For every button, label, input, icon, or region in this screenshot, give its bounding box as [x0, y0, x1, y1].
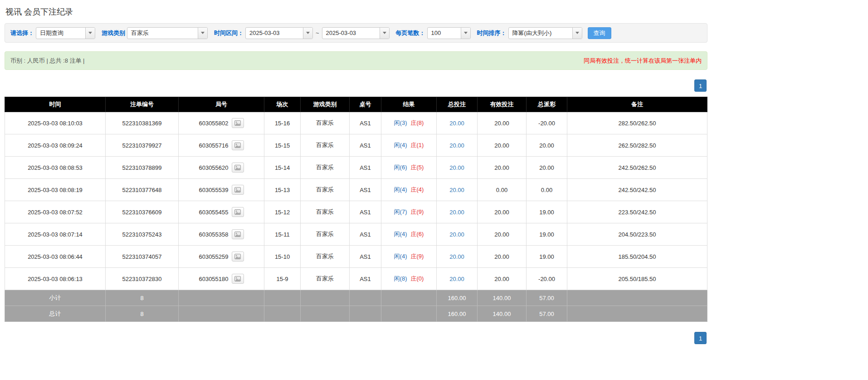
- game-type-value[interactable]: 百家乐: [127, 28, 198, 39]
- date-range-separator: ~: [316, 30, 319, 36]
- cell-remark: 242.50/242.50: [567, 179, 707, 201]
- view-round-image-button[interactable]: [232, 274, 244, 284]
- picture-icon: [234, 254, 241, 259]
- page-size-select[interactable]: 100: [427, 27, 471, 39]
- cell-round-id: 603055620: [179, 157, 264, 179]
- view-round-image-button[interactable]: [232, 118, 244, 128]
- cell-game-type: 百家乐: [301, 157, 350, 179]
- date-to-dropdown-button[interactable]: [380, 28, 389, 39]
- total-bet-link[interactable]: 20.00: [449, 187, 464, 193]
- cell-total-bet: 20.00: [437, 268, 478, 290]
- round-id-text: 603055455: [199, 209, 228, 216]
- total-row: 总计 8 160.00 140.00 57.00: [5, 306, 707, 322]
- result-banker: 庄(0): [411, 275, 424, 282]
- total-bet-link[interactable]: 20.00: [449, 164, 464, 171]
- total-bet-link[interactable]: 20.00: [449, 231, 464, 238]
- cell-total-bet: 20.00: [437, 223, 478, 246]
- column-header: 注单编号: [106, 97, 179, 112]
- round-id-text: 603055259: [199, 253, 228, 260]
- date-from-dropdown-button[interactable]: [303, 28, 312, 39]
- cell-game-type: 百家乐: [301, 112, 350, 134]
- cell-result: 闲(8)庄(0): [381, 268, 437, 290]
- view-round-image-button[interactable]: [232, 229, 244, 239]
- view-round-image-button[interactable]: [232, 163, 244, 173]
- cell-time: 2025-03-03 08:06:44: [5, 246, 106, 268]
- cell-round-id: 603055180: [179, 268, 264, 290]
- round-id-text: 603055539: [199, 187, 228, 193]
- total-bet-link[interactable]: 20.00: [449, 276, 464, 282]
- date-to-value[interactable]: 2025-03-03: [322, 28, 380, 39]
- view-round-image-button[interactable]: [232, 252, 244, 262]
- result-player: 闲(4): [394, 186, 407, 193]
- cell-valid-bet: 20.00: [478, 201, 527, 223]
- cell-bet-id: 522310372830: [106, 268, 179, 290]
- cell-round-id: 603055539: [179, 179, 264, 201]
- game-type-dropdown-button[interactable]: [198, 28, 207, 39]
- game-type-select[interactable]: 百家乐: [127, 27, 208, 39]
- column-header: 场次: [264, 97, 301, 112]
- chevron-down-icon: [383, 32, 386, 34]
- query-type-dropdown-button[interactable]: [85, 28, 95, 39]
- cell-result: 闲(4)庄(1): [381, 134, 437, 157]
- bet-records-table: 时间注单编号局号场次游戏类别桌号结果总投注有效投注总派彩备注 2025-03-0…: [5, 97, 707, 322]
- cell-session: 15-16: [264, 112, 301, 134]
- cell-payout: -20.00: [527, 268, 567, 290]
- cell-total-bet: 20.00: [437, 157, 478, 179]
- cell-payout: 20.00: [527, 134, 567, 157]
- cell-valid-bet: 20.00: [478, 134, 527, 157]
- date-from-select[interactable]: 2025-03-03: [245, 27, 313, 39]
- chevron-down-icon: [88, 32, 92, 34]
- cell-session: 15-13: [264, 179, 301, 201]
- date-from-value[interactable]: 2025-03-03: [246, 28, 303, 39]
- result-player: 闲(4): [394, 231, 407, 237]
- cell-time: 2025-03-03 08:07:14: [5, 223, 106, 246]
- total-bet-link[interactable]: 20.00: [449, 253, 464, 260]
- cell-payout: -20.00: [527, 112, 567, 134]
- currency-summary-text: 币别 : 人民币 | 总共 :8 注单 |: [10, 57, 85, 65]
- view-round-image-button[interactable]: [232, 207, 244, 217]
- cell-bet-id: 522310375243: [106, 223, 179, 246]
- empty-cell: [301, 290, 350, 306]
- total-bet-link[interactable]: 20.00: [449, 142, 464, 149]
- table-row: 2025-03-03 08:07:14 522310375243 6030553…: [5, 223, 707, 246]
- cell-bet-id: 522310374057: [106, 246, 179, 268]
- search-button[interactable]: 查询: [588, 27, 611, 39]
- page-size-dropdown-button[interactable]: [461, 28, 470, 39]
- round-id-text: 603055716: [199, 142, 228, 149]
- cell-valid-bet: 20.00: [478, 112, 527, 134]
- empty-cell: [264, 290, 301, 306]
- table-row: 2025-03-03 08:06:13 522310372830 6030551…: [5, 268, 707, 290]
- view-round-image-button[interactable]: [232, 185, 244, 195]
- total-bet-link[interactable]: 20.00: [449, 209, 464, 216]
- sort-order-dropdown-button[interactable]: [572, 28, 582, 39]
- query-type-select[interactable]: 日期查询: [36, 27, 95, 39]
- cell-table-no: AS1: [350, 134, 381, 157]
- cell-table-no: AS1: [350, 223, 381, 246]
- result-banker: 庄(4): [411, 186, 424, 193]
- page-size-value[interactable]: 100: [428, 28, 461, 39]
- page-1-button[interactable]: 1: [694, 332, 707, 344]
- sort-order-value[interactable]: 降冪(由大到小): [509, 28, 572, 39]
- cell-result: 闲(4)庄(4): [381, 179, 437, 201]
- sort-order-select[interactable]: 降冪(由大到小): [508, 27, 582, 39]
- cell-payout: 20.00: [527, 157, 567, 179]
- cell-remark: 185.50/204.50: [567, 246, 707, 268]
- date-to-select[interactable]: 2025-03-03: [322, 27, 390, 39]
- result-player: 闲(8): [394, 275, 407, 282]
- cell-session: 15-12: [264, 201, 301, 223]
- cell-bet-id: 522310379927: [106, 134, 179, 157]
- view-round-image-button[interactable]: [232, 140, 244, 150]
- subtotal-total-bet: 160.00: [437, 290, 478, 306]
- page-1-button[interactable]: 1: [694, 79, 707, 92]
- cell-payout: 19.00: [527, 223, 567, 246]
- cell-game-type: 百家乐: [301, 179, 350, 201]
- total-bet-link[interactable]: 20.00: [449, 120, 464, 127]
- query-type-value[interactable]: 日期查询: [36, 28, 85, 39]
- cell-round-id: 603055455: [179, 201, 264, 223]
- picture-icon: [234, 232, 241, 237]
- table-row: 2025-03-03 08:06:44 522310374057 6030552…: [5, 246, 707, 268]
- cell-bet-id: 522310376609: [106, 201, 179, 223]
- cell-payout: 19.00: [527, 246, 567, 268]
- cell-game-type: 百家乐: [301, 246, 350, 268]
- cell-game-type: 百家乐: [301, 134, 350, 157]
